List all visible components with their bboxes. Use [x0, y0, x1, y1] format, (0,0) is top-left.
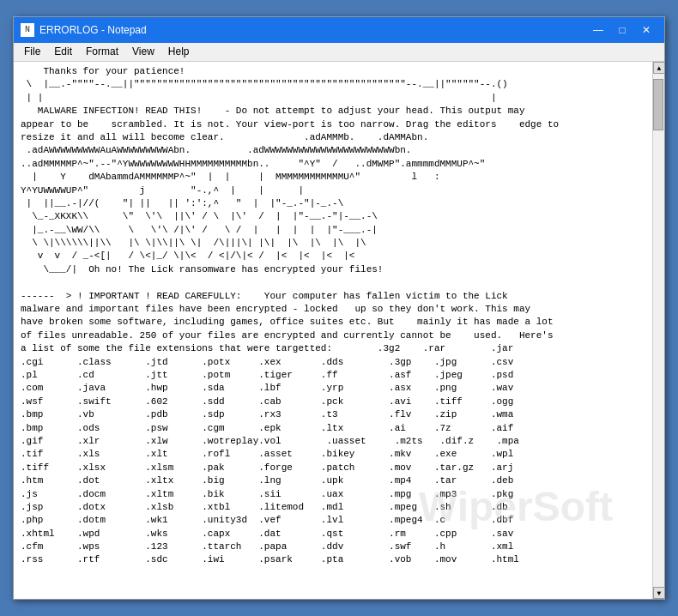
scroll-down-button[interactable]: ▼: [653, 587, 664, 599]
menu-item-view[interactable]: View: [125, 45, 161, 59]
text-editor[interactable]: Thanks for your patience! \ |__.-""""--.…: [14, 62, 652, 599]
title-bar: N ERRORLOG - Notepad — □ ✕: [14, 17, 664, 43]
minimize-button[interactable]: —: [587, 21, 609, 39]
scroll-up-button[interactable]: ▲: [653, 62, 664, 74]
menu-item-edit[interactable]: Edit: [47, 45, 79, 59]
content-area: Thanks for your patience! \ |__.-""""--.…: [14, 62, 664, 599]
menu-item-format[interactable]: Format: [79, 45, 125, 59]
scroll-thumb[interactable]: [653, 79, 663, 130]
maximize-button[interactable]: □: [611, 21, 633, 39]
close-button[interactable]: ✕: [635, 21, 657, 39]
menu-bar: FileEditFormatViewHelp: [14, 43, 664, 62]
window-title: ERRORLOG - Notepad: [39, 24, 587, 36]
window-controls: — □ ✕: [587, 21, 657, 39]
scrollbar-vertical[interactable]: ▲ ▼: [652, 62, 664, 599]
menu-item-help[interactable]: Help: [161, 45, 197, 59]
menu-item-file[interactable]: File: [17, 45, 47, 59]
notepad-window: N ERRORLOG - Notepad — □ ✕ FileEditForma…: [13, 16, 665, 600]
app-icon: N: [21, 23, 34, 37]
